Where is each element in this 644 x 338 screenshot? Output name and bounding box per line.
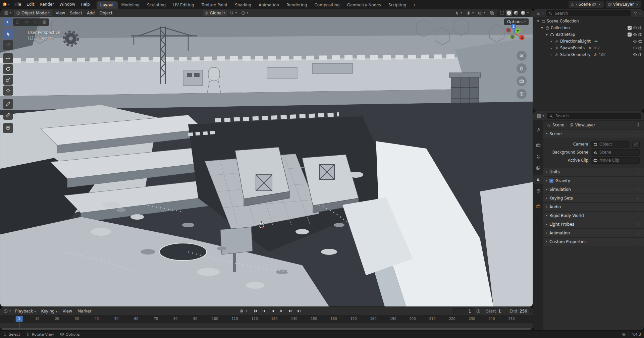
selectability-visibility-dropdown[interactable]: ▾: [453, 10, 464, 16]
menu-add[interactable]: Add: [85, 10, 97, 16]
panel-grip-handle[interactable]: ⋮⋮: [636, 223, 641, 226]
disclosure-triangle-icon[interactable]: ▸: [549, 40, 553, 43]
outliner-search[interactable]: [546, 10, 631, 16]
tab-world-properties[interactable]: [533, 186, 543, 195]
panel-grip-handle[interactable]: ⋮⋮: [636, 240, 641, 244]
playhead-line[interactable]: [19, 323, 19, 328]
add-workspace-button[interactable]: +: [410, 1, 419, 9]
axis-neg-x[interactable]: [506, 28, 511, 33]
collection-exclude-checkbox[interactable]: [628, 26, 632, 30]
panel-keying-sets[interactable]: ▸ Keying Sets ⋮⋮: [543, 194, 644, 203]
shading-rendered[interactable]: [520, 10, 526, 16]
tab-sculpting[interactable]: Sculpting: [143, 1, 169, 9]
toggle-xray[interactable]: [488, 10, 496, 16]
play-button[interactable]: [277, 308, 285, 314]
transform-orientation[interactable]: Global ▾: [203, 10, 227, 16]
snap-toggle[interactable]: ▾: [228, 10, 238, 16]
outliner-filter-button[interactable]: ▾: [632, 10, 642, 16]
menu-view-timeline[interactable]: View: [60, 307, 75, 315]
eyedropper-button[interactable]: [632, 141, 640, 148]
tool-select-box[interactable]: [3, 29, 13, 39]
background-scene-field[interactable]: Scene: [591, 149, 640, 156]
playhead[interactable]: 1: [16, 316, 23, 322]
panel-units[interactable]: ▸ Units ⋮⋮: [543, 168, 644, 176]
timeline-editor-type-button[interactable]: ▾: [2, 308, 12, 314]
tab-viewlayer-properties[interactable]: [533, 164, 543, 172]
auto-keyframe-toggle[interactable]: [237, 308, 245, 314]
tab-uv-editing[interactable]: UV Editing: [169, 1, 198, 9]
active-clip-field[interactable]: Movie Clip: [591, 157, 640, 164]
disclosure-triangle-icon[interactable]: ▸: [549, 47, 553, 50]
pan-button[interactable]: [517, 63, 527, 73]
network-icon[interactable]: [622, 332, 626, 336]
select-mode-lasso[interactable]: [31, 18, 40, 26]
timeline-ruler[interactable]: 10 20 30 40 50 60 70 80 90 100 110 120 1…: [0, 315, 533, 323]
panel-grip-handle[interactable]: ⋮⋮: [636, 214, 641, 218]
camera-view-button[interactable]: [517, 76, 527, 86]
disclosure-triangle-icon[interactable]: ▸: [549, 53, 553, 56]
menu-edit[interactable]: Edit: [24, 1, 37, 8]
panel-grip-handle[interactable]: ⋮⋮: [636, 205, 641, 209]
outliner-row-staticgeometry[interactable]: ▸ StaticGeometry 10K: [533, 51, 644, 58]
disclosure-triangle-icon[interactable]: ▼: [540, 26, 544, 30]
navigation-gizmo[interactable]: X Y Z: [502, 21, 528, 47]
start-frame-field[interactable]: Start 1: [483, 308, 504, 314]
play-reverse-button[interactable]: [269, 308, 277, 314]
ortho-toggle-button[interactable]: [517, 89, 527, 99]
new-scene-icon[interactable]: [592, 2, 596, 6]
prev-keyframe-button[interactable]: [260, 308, 268, 314]
tool-cursor[interactable]: [3, 40, 13, 50]
disclosure-triangle-icon[interactable]: ▼: [545, 33, 549, 36]
menu-render[interactable]: Render: [37, 1, 57, 8]
panel-simulation[interactable]: ▸ Simulation ⋮⋮: [543, 185, 644, 194]
jump-to-start-button[interactable]: [251, 308, 259, 314]
menu-keying[interactable]: Keying ▾: [38, 307, 60, 315]
panel-grip-handle[interactable]: ⋮⋮: [636, 179, 641, 183]
tool-add-cube[interactable]: [3, 123, 13, 133]
tool-measure[interactable]: [3, 110, 13, 120]
tab-render-properties[interactable]: [533, 141, 543, 150]
editor-type-button[interactable]: ▾: [2, 10, 13, 16]
panel-custom-properties[interactable]: ▸ Custom Properties ⋮⋮: [543, 237, 644, 246]
horizontal-scrollbar[interactable]: [2, 328, 531, 330]
end-frame-field[interactable]: End 250: [506, 308, 531, 314]
tab-object-properties[interactable]: [533, 202, 543, 211]
remove-viewlayer-button[interactable]: ✕: [635, 3, 639, 6]
render-visibility-icon[interactable]: [638, 53, 642, 57]
tool-annotate[interactable]: [3, 99, 13, 109]
menu-select[interactable]: Select: [67, 10, 85, 16]
panel-grip-handle[interactable]: ⋮⋮: [636, 132, 641, 136]
menu-view[interactable]: View: [53, 10, 67, 16]
render-visibility-icon[interactable]: [638, 39, 642, 43]
next-keyframe-button[interactable]: [286, 308, 294, 314]
shading-solid[interactable]: [506, 10, 512, 16]
menu-window[interactable]: Window: [57, 1, 78, 8]
tab-modeling[interactable]: Modeling: [118, 1, 144, 9]
select-mode-tweak[interactable]: [3, 18, 12, 26]
outliner-row-battlemap[interactable]: ▼ BattleMap: [533, 31, 644, 38]
tool-transform[interactable]: [3, 86, 13, 96]
select-mode-new[interactable]: [40, 18, 49, 26]
shading-wireframe[interactable]: [499, 10, 505, 16]
current-frame-field[interactable]: 1: [453, 308, 474, 314]
properties-editor-type-button[interactable]: ▾: [536, 113, 545, 119]
mode-selector[interactable]: Object Mode ▾: [14, 10, 52, 16]
panel-grip-handle[interactable]: ⋮⋮: [636, 196, 641, 200]
tab-output-properties[interactable]: [533, 152, 543, 161]
disclosure-triangle-icon[interactable]: ▼: [536, 20, 540, 23]
camera-object-field[interactable]: Object: [591, 141, 630, 148]
menu-file[interactable]: File: [12, 1, 24, 8]
tab-tool-properties[interactable]: [533, 125, 543, 134]
breadcrumb-scene[interactable]: Scene: [547, 123, 564, 127]
scene-selector[interactable]: ▾ Scene ✕: [569, 1, 604, 8]
tool-rotate[interactable]: [3, 64, 13, 74]
render-visibility-icon[interactable]: [638, 46, 642, 50]
menu-object[interactable]: Object: [97, 10, 115, 16]
panel-light-probes[interactable]: ▸ Light Probes ⋮⋮: [543, 220, 644, 229]
tool-move[interactable]: [3, 53, 13, 63]
panel-animation[interactable]: ▸ Animation ⋮⋮: [543, 229, 644, 237]
menu-playback[interactable]: Playback ▾: [12, 307, 38, 315]
menu-help[interactable]: Help: [78, 1, 92, 8]
outliner-search-input[interactable]: [554, 11, 629, 16]
tab-scene-properties[interactable]: [533, 175, 543, 184]
